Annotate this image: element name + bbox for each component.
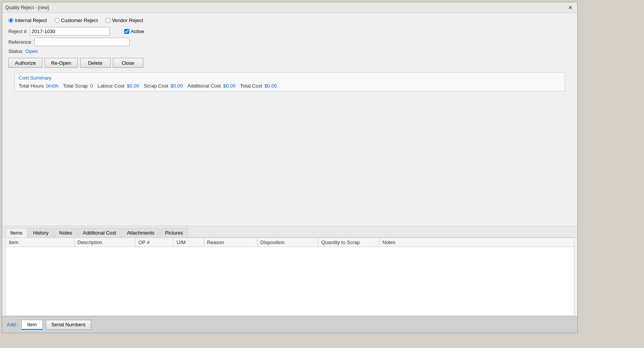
total-hours-item: Total Hours 0m0h bbox=[19, 83, 58, 89]
col-quantity-to-scrap: Quantity to Scrap bbox=[318, 238, 379, 247]
tab-pictures[interactable]: Pictures bbox=[160, 228, 188, 238]
tab-notes[interactable]: Notes bbox=[54, 228, 77, 238]
table-header: Item Description OP # U/M Reason Disposi… bbox=[6, 238, 574, 247]
reject-number-input[interactable] bbox=[30, 27, 110, 35]
col-item: Item bbox=[6, 238, 74, 247]
footer-bar: Add : Item Serial Numbers bbox=[2, 316, 577, 333]
additional-cost-item: Additional Cost $0.00 bbox=[188, 83, 236, 89]
cost-summary-title: Cost Summary bbox=[19, 75, 561, 81]
tab-items[interactable]: Items bbox=[5, 228, 27, 238]
col-notes: Notes bbox=[379, 238, 574, 247]
col-reason: Reason bbox=[204, 238, 257, 247]
middle-space bbox=[2, 97, 577, 226]
total-hours-value: 0m0h bbox=[46, 83, 59, 89]
add-item-button[interactable]: Item bbox=[21, 320, 42, 330]
reject-number-label: Reject # bbox=[8, 29, 27, 34]
additional-cost-value: $0.00 bbox=[223, 83, 236, 89]
tab-attachments[interactable]: Attachments bbox=[122, 228, 159, 238]
window-title: Quality Reject - [new] bbox=[5, 5, 49, 10]
title-bar: Quality Reject - [new] ✕ bbox=[2, 2, 577, 13]
customer-reject-radio[interactable]: Customer Reject bbox=[55, 18, 98, 23]
top-section: Internal Reject Customer Reject Vendor R… bbox=[2, 13, 577, 97]
col-description: Description bbox=[74, 238, 135, 247]
vendor-reject-radio[interactable]: Vendor Reject bbox=[106, 18, 143, 23]
total-scrap-label: Total Scrap bbox=[63, 83, 88, 89]
labour-cost-value: $0.00 bbox=[127, 83, 139, 89]
total-cost-label: Total Cost bbox=[240, 83, 262, 89]
close-button[interactable]: Close bbox=[113, 58, 143, 68]
close-window-button[interactable]: ✕ bbox=[567, 5, 574, 11]
total-cost-item: Total Cost $0.00 bbox=[240, 83, 277, 89]
status-value: Open bbox=[26, 48, 38, 54]
total-scrap-item: Total Scrap 0 bbox=[63, 83, 93, 89]
reopen-button[interactable]: Re-Open bbox=[45, 58, 78, 68]
additional-cost-label: Additional Cost bbox=[188, 83, 221, 89]
items-table: Item Description OP # U/M Reason Disposi… bbox=[5, 238, 574, 316]
labour-cost-item: Labour Cost $0.00 bbox=[98, 83, 139, 89]
tab-additional-cost[interactable]: Additional Cost bbox=[78, 228, 121, 238]
add-label: Add : bbox=[7, 322, 18, 327]
internal-reject-radio[interactable]: Internal Reject bbox=[8, 18, 47, 23]
action-buttons: Authorize Re-Open Delete Close bbox=[8, 58, 571, 68]
delete-button[interactable]: Delete bbox=[80, 58, 111, 68]
status-row: Status Open bbox=[8, 48, 571, 54]
cost-summary-section: Cost Summary Total Hours 0m0h Total Scra… bbox=[14, 72, 565, 91]
main-window: Quality Reject - [new] ✕ Internal Reject… bbox=[2, 2, 578, 333]
cost-summary-row: Total Hours 0m0h Total Scrap 0 Labour Co… bbox=[19, 83, 561, 89]
authorize-button[interactable]: Authorize bbox=[8, 58, 42, 68]
col-disposition: Disposition bbox=[257, 238, 318, 247]
labour-cost-label: Labour Cost bbox=[98, 83, 125, 89]
bottom-section: Items History Notes Additional Cost Atta… bbox=[2, 226, 577, 333]
status-label: Status bbox=[8, 48, 22, 54]
add-serial-numbers-button[interactable]: Serial Numbers bbox=[46, 320, 92, 330]
table-body bbox=[6, 247, 574, 316]
total-cost-value: $0.00 bbox=[265, 83, 277, 89]
active-label: Active bbox=[131, 29, 144, 34]
content-area: Internal Reject Customer Reject Vendor R… bbox=[2, 13, 577, 333]
scrap-cost-value: $0.00 bbox=[170, 83, 183, 89]
active-checkbox[interactable] bbox=[124, 29, 129, 34]
reference-label: Reference bbox=[8, 39, 31, 45]
active-checkbox-label[interactable]: Active bbox=[124, 29, 144, 34]
scrap-cost-label: Scrap Cost bbox=[144, 83, 168, 89]
tab-history[interactable]: History bbox=[28, 228, 53, 238]
total-scrap-value: 0 bbox=[90, 83, 93, 89]
total-hours-label: Total Hours bbox=[19, 83, 44, 89]
col-op-number: OP # bbox=[135, 238, 173, 247]
scrap-cost-item: Scrap Cost $0.00 bbox=[144, 83, 183, 89]
reference-input[interactable] bbox=[34, 38, 130, 46]
reject-type-group: Internal Reject Customer Reject Vendor R… bbox=[8, 18, 571, 23]
col-um: U/M bbox=[173, 238, 204, 247]
tab-bar: Items History Notes Additional Cost Atta… bbox=[2, 226, 577, 238]
